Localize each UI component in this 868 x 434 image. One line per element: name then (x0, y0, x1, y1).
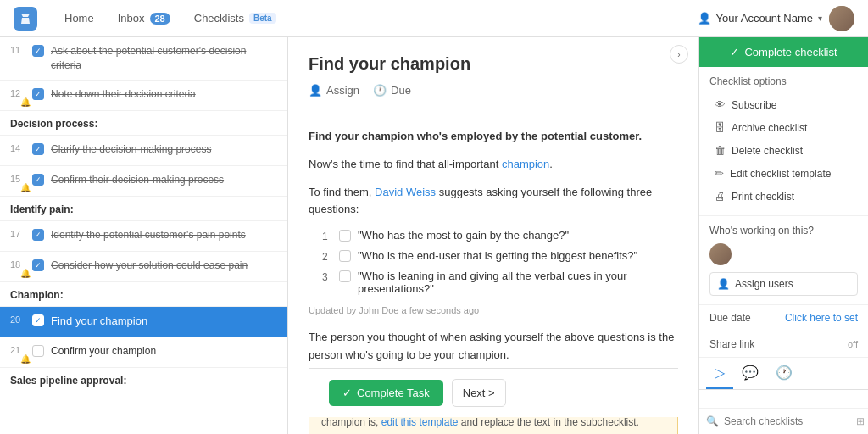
assign-users-icon: 👤 (717, 278, 730, 290)
item-checkbox[interactable] (32, 345, 44, 357)
complete-checklist-button[interactable]: ✓ Complete checklist (699, 37, 868, 67)
item-number: 14 (10, 143, 25, 153)
item-checkbox[interactable]: ✓ (32, 229, 44, 241)
option-label: Archive checklist (732, 122, 807, 134)
item-number: 17 (10, 229, 25, 239)
tab-history[interactable]: 🕐 (767, 358, 801, 389)
q-number: 2 (322, 251, 332, 263)
check-icon: ✓ (35, 175, 42, 184)
comment-icon: 💬 (742, 365, 759, 380)
print-icon: 🖨 (715, 190, 726, 203)
q-text: "Who has the most to gain by the change?… (358, 229, 569, 242)
option-archive[interactable]: 🗄 Archive checklist (709, 117, 858, 138)
item-label: Consider how your solution could ease pa… (51, 259, 248, 273)
bottom-bar: ✓ Complete Task Next > (309, 368, 678, 417)
trash-icon: 🗑 (715, 144, 726, 157)
main-container: 11 ✓ Ask about the potential customer's … (0, 37, 868, 434)
item-label: Find your champion (51, 314, 147, 329)
list-item[interactable]: 18 ✓ Consider how your solution could ea… (0, 252, 287, 282)
tip-suffix: and replace the text in the subchecklist… (461, 416, 639, 428)
option-delete[interactable]: 🗑 Delete checklist (709, 140, 858, 161)
item-number: 11 (10, 45, 25, 55)
nav-checklists[interactable]: Checklists Beta (184, 7, 287, 30)
inbox-label: Inbox (118, 12, 145, 25)
option-edit-template[interactable]: ✏ Edit checklist template (709, 163, 858, 184)
q-number: 1 (322, 231, 332, 242)
option-label: Delete checklist (732, 145, 803, 157)
option-subscribe[interactable]: 👁 Subscribe (709, 94, 858, 115)
question-item: 1 "Who has the most to gain by the chang… (322, 229, 678, 242)
grid-icon: ⊞ (856, 415, 865, 427)
next-button[interactable]: Next > (452, 379, 506, 407)
assign-meta[interactable]: 👤 Assign (309, 84, 359, 97)
task-title: Find your champion (309, 54, 678, 74)
right-panel: ✓ Complete checklist Checklist options 👁… (698, 37, 868, 434)
checklist-sidebar: 11 ✓ Ask about the potential customer's … (0, 37, 288, 434)
section-title: Identify pain: (10, 203, 74, 215)
q-checkbox[interactable] (339, 270, 351, 282)
item-label: Ask about the potential customer's decis… (51, 44, 277, 73)
next-label: Next > (463, 387, 495, 399)
q-checkbox[interactable] (339, 230, 351, 242)
share-section: Share link off (699, 331, 868, 358)
inbox-badge: 28 (150, 13, 170, 25)
due-meta[interactable]: 🕐 Due (373, 84, 411, 97)
item-checkbox[interactable]: ✓ (32, 174, 44, 186)
archive-icon: 🗄 (715, 121, 726, 134)
list-item[interactable]: 21 Confirm your champion 🔔 (0, 337, 287, 368)
item-checkbox[interactable]: ✓ (32, 88, 44, 100)
avatar-image (829, 6, 854, 31)
item-label: Confirm their decision-making process (51, 173, 224, 187)
app-logo[interactable] (14, 7, 37, 31)
nav-home[interactable]: Home (54, 7, 104, 30)
due-set-link[interactable]: Click here to set (785, 312, 858, 324)
item-checkbox[interactable]: ✓ (32, 259, 44, 271)
item-checkbox[interactable]: ✓ (32, 314, 44, 326)
collapse-toggle[interactable]: › (670, 45, 688, 64)
panel-tabs: ▷ 💬 🕐 (699, 358, 868, 390)
tab-activity[interactable]: ▷ (706, 358, 733, 389)
user-avatar (709, 243, 732, 265)
section-header: Sales pipeline approval: (0, 368, 287, 392)
item-checkbox[interactable]: ✓ (32, 143, 44, 155)
pencil-icon: ✏ (715, 167, 724, 180)
play-icon: ▷ (715, 365, 725, 380)
account-area[interactable]: 👤 Your Account Name ▾ (698, 12, 822, 25)
david-weiss-link[interactable]: David Weiss (375, 186, 436, 198)
question-item: 2 "Who is the end-user that is getting t… (322, 249, 678, 263)
checkmark-icon: ✓ (342, 387, 352, 399)
item-checkbox[interactable]: ✓ (32, 45, 44, 57)
q-checkbox[interactable] (339, 250, 351, 262)
item-number: 20 (10, 314, 25, 325)
list-item[interactable]: 12 ✓ Note down their decision criteria 🔔 (0, 81, 287, 111)
search-checklists-input[interactable] (724, 415, 851, 427)
check-icon: ✓ (35, 231, 42, 239)
chevron-down-icon: ▾ (818, 14, 822, 23)
task-divider (309, 114, 678, 114)
option-label: Edit checklist template (730, 168, 831, 180)
option-label: Subscribe (732, 99, 776, 111)
complete-task-button[interactable]: ✓ Complete Task (329, 380, 443, 406)
due-section: Due date Click here to set (699, 305, 868, 331)
check-icon: ✓ (730, 46, 739, 58)
assign-label: Assign (326, 84, 359, 97)
item-label: Note down their decision criteria (51, 87, 196, 102)
list-item[interactable]: 14 ✓ Clarify the decision-making process (0, 136, 287, 166)
champion-link[interactable]: champion (502, 158, 549, 170)
section-header: Decision process: (0, 111, 287, 136)
history-icon: 🕐 (776, 365, 793, 380)
nav-inbox[interactable]: Inbox 28 (108, 7, 181, 30)
avatar[interactable] (829, 6, 854, 31)
option-print[interactable]: 🖨 Print checklist (709, 186, 858, 207)
section-title: Champion: (10, 289, 64, 301)
list-item[interactable]: 11 ✓ Ask about the potential customer's … (0, 37, 287, 81)
tab-comments[interactable]: 💬 (733, 358, 767, 389)
list-item[interactable]: 17 ✓ Identify the potential customer's p… (0, 221, 287, 252)
list-item-active[interactable]: 20 ✓ Find your champion (0, 307, 287, 337)
assign-users-button[interactable]: 👤 Assign users (709, 272, 858, 296)
tip-edit-link[interactable]: edit this template (381, 416, 459, 428)
checklists-beta-badge: Beta (249, 13, 276, 24)
list-item[interactable]: 15 ✓ Confirm their decision-making proce… (0, 166, 287, 197)
person-icon: 👤 (698, 12, 711, 25)
check-icon: ✓ (35, 90, 42, 98)
